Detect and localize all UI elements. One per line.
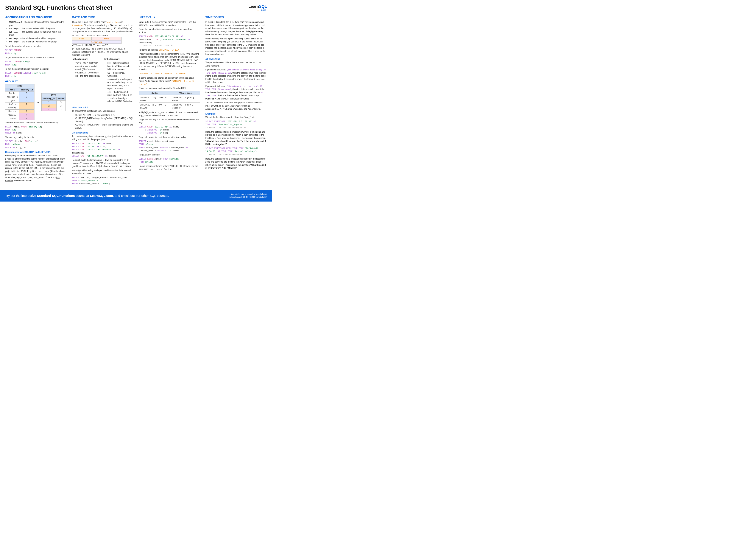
p-example: The example above – the count of cities …: [5, 121, 67, 124]
page-title: Standard SQL Functions Cheat Sheet: [5, 4, 112, 11]
p-dtintro: There are 3 main time-related types: dat…: [72, 21, 134, 33]
p-f2: If you use this format: {timestamp with …: [205, 85, 267, 101]
p-twtz: When working with the type timestamp wit…: [205, 37, 267, 56]
logo: LearnSQL ● com: [248, 4, 267, 11]
course-link[interactable]: Standard SQL Functions: [37, 194, 75, 197]
arrow-icon: →: [36, 100, 40, 105]
p-mysql: In MySQL, write year_month instead of YE…: [139, 111, 201, 117]
code-count-rating: SELECT COUNT(rating) FROM city;: [5, 60, 67, 66]
p-ret: One of possible returned values: 1946. I…: [139, 165, 201, 171]
p-distinct: To get the count of unique values in a c…: [5, 67, 67, 71]
h-datepart: In the date part:: [72, 58, 88, 60]
learnsql-link[interactable]: LearnSQL.com: [90, 194, 113, 197]
footer: Try out the interactive Standard SQL Fun…: [0, 190, 272, 201]
p-tz: In the SQL Standard, the date type can't…: [205, 21, 267, 37]
h-aggregation: AGGREGATION AND GROUPING: [5, 15, 67, 19]
timestamp-diagram: 2021-12-31 14:39:53.662522-05 datetime t…: [72, 34, 134, 46]
p-setlocal: We set the local time zone to 'America/N…: [205, 116, 267, 119]
p-lastday: To get the last day of a month, add one …: [139, 118, 201, 124]
code-lastday: SELECT CAST('2021-02-01' AS date) + INTE…: [139, 125, 201, 135]
p-simplest: To get the simplest interval, subtract o…: [139, 28, 201, 34]
h-mistake: Common mistake: COUNT(*) and LEFT JOIN: [5, 151, 67, 154]
fn-list: COUNT(expr) – the count of values for th…: [5, 21, 67, 43]
h-intervals: INTERVALs: [139, 15, 201, 19]
code-tz-sydney: SELECT TIMESTAMP WITH TIME ZONE '2021-06…: [205, 147, 267, 156]
h-timepart: In the time part:: [104, 58, 120, 60]
code-groupby-name: SELECT name, COUNT(country_id) FROM city…: [5, 125, 67, 135]
p-mistake: When you join the tables like this: clie…: [5, 154, 67, 182]
p-events: To get all events for next three months …: [139, 136, 201, 139]
p-part: To get part of the date:: [139, 153, 201, 157]
time-parts: HH – the zero-padded hour in a 24-hour c…: [104, 62, 134, 103]
col-intervals: INTERVALs Note: In SQL Server, intervals…: [139, 14, 201, 187]
code-events: SELECT event_date, event_name FROM calen…: [139, 140, 201, 152]
logo-sql: SQL: [259, 4, 267, 9]
code-extract: SELECT EXTRACT(YEAR FROM birthday) FROM …: [139, 157, 201, 164]
p-nonnull: To get the number of non-NULL values in …: [5, 56, 67, 60]
p-three: This syntax consists of three elements: …: [139, 53, 201, 71]
footer-left: Try out the interactive Standard SQL Fun…: [5, 194, 169, 197]
code-airline: SELECT airline, flight_number, departure…: [72, 176, 134, 185]
h-what-time: What time is it?: [72, 106, 134, 109]
h-datetime: DATE AND TIME: [72, 15, 134, 19]
city-table-result: CITY country_idcount 132342: [41, 93, 66, 112]
p-inote: Note: In SQL Server, intervals aren't im…: [139, 21, 201, 27]
p-twomore: There are two more syntaxes in the Stand…: [139, 87, 201, 90]
p-q1: Here, the database takes a timestamp wit…: [205, 131, 267, 146]
p-skip: You might skip casting in simple conditi…: [72, 169, 134, 175]
col-timezones: TIME ZONES In the SQL Standard, the date…: [205, 14, 267, 187]
date-parts: YYYY – the 4-digit year.mm – the zero-pa…: [72, 62, 101, 78]
p-q2: Here, the database gets a timestamp spec…: [205, 157, 267, 170]
code-avg-rating: SELECT city_id, AVG(rating) FROM ratings…: [5, 140, 67, 149]
p-shortcut: You can define the time zone with popula…: [205, 101, 267, 111]
p-easier: In some databases, there's an easier way…: [139, 76, 201, 86]
code-subtract: SELECT CAST('2021-12-31 23:59:59' AS tim…: [139, 35, 201, 47]
logo-com: com: [260, 9, 267, 11]
col-aggregation: AGGREGATION AND GROUPING COUNT(expr) – t…: [5, 14, 67, 187]
h-attz: AT TIME ZONE: [205, 58, 267, 61]
h-groupby: GROUP BY: [5, 80, 67, 83]
p-rows: To get the number of rows in the table:: [5, 45, 67, 48]
col-datetime: DATE AND TIME There are 3 main time-rela…: [72, 14, 134, 187]
syntax-table: SyntaxWhat it does INTERVAL 'x-y' YEAR T…: [139, 91, 201, 110]
code-count-distinct: SELECT COUNT(DISTINCT country_id) FROM c…: [5, 71, 67, 78]
p-cdt: 14:39:53.662522-05 is almost 2:40 p.m. C…: [72, 47, 134, 57]
h-examples: Examples: [205, 113, 267, 115]
code-tz-la: SELECT TIMESTAMP '2021-07-16 21:00:00' A…: [205, 120, 267, 129]
p-avgcity: The average rating for the city:: [5, 136, 67, 139]
footer-right: LearnSQL.com is owned by Vertabelo SA ve…: [229, 193, 267, 198]
p-f1: If you use this format: {timestamp witho…: [205, 68, 267, 84]
city-table-source: CITY namecountry_id Paris1Marseille1Lyon…: [5, 84, 35, 120]
p-define: To define an interval: INTERVAL '1' DAY: [139, 48, 201, 52]
code-casts: SELECT CAST('2021-12-31' AS date); SELEC…: [72, 142, 134, 157]
p-attz: To operate between different time zones,…: [205, 61, 267, 67]
logo-learn: Learn: [248, 4, 259, 9]
h-creating: Creating values: [72, 131, 134, 135]
h-timezones: TIME ZONES: [205, 15, 267, 19]
p-careful: Be careful with the last example – it wi…: [72, 159, 134, 168]
code-count-star: SELECT COUNT(*) FROM city;: [5, 49, 67, 55]
what-list: CURRENT_TIME – to find what time it is.C…: [72, 114, 134, 130]
code-intjoin: INTERVAL '1' YEAR + INTERVAL '3' MONTH: [139, 72, 201, 75]
